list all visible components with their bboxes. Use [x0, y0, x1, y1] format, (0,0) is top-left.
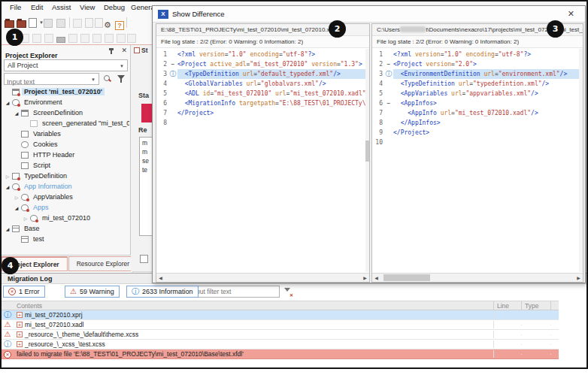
log-row[interactable]: ✕failed to migrate file 'E:\88_TEST\01_P… [2, 349, 559, 359]
tree-item-screendefinition[interactable]: ◢ScreenDefinition [2, 107, 129, 118]
menu-item-assist[interactable]: Assist [52, 3, 71, 11]
fold-icon[interactable]: − [168, 61, 177, 68]
expander-icon[interactable]: ◢ [4, 226, 11, 231]
scrollbar-track[interactable] [165, 274, 361, 282]
tab-resource-explorer[interactable]: Resource Explorer [68, 256, 138, 271]
project-filter-dropdown[interactable]: All Project ▼ [4, 59, 128, 71]
scrollbar-track[interactable] [380, 274, 574, 282]
expand-plus-icon[interactable]: + [17, 322, 23, 328]
expander-icon[interactable]: ◢ [13, 110, 20, 116]
scroll-right-arrow[interactable]: ▶ [361, 275, 369, 280]
code-text: <AppVariables url="appvariables.xml"/> [393, 89, 583, 98]
tree-item-appvariables[interactable]: ▷AppVariables [2, 192, 129, 202]
error-filter-button[interactable]: ✕1 Error [3, 286, 45, 298]
expander-icon[interactable]: ◢ [4, 184, 11, 189]
tree-item-typedefinition[interactable]: ▷TypeDefinition [2, 171, 129, 181]
expand-plus-icon[interactable]: + [17, 331, 23, 337]
menu-item-view[interactable]: View [80, 3, 95, 11]
code-line[interactable]: 6 <MigrationInfo targetpath="E:\88_TEST\… [156, 98, 369, 108]
code-line[interactable]: 5 <AppVariables url="appvariables.xml"/> [372, 89, 583, 98]
column-header-type[interactable]: Type [522, 301, 551, 310]
close-icon[interactable]: ✕ [121, 47, 127, 54]
code-line[interactable]: 6− <AppInfos> [372, 98, 583, 108]
chevron-down-icon[interactable]: ▼ [91, 77, 95, 82]
column-header-contents[interactable]: Contents [14, 301, 494, 310]
log-row[interactable]: ⚠+_resource_\_theme_\default\theme.xcss [2, 330, 559, 340]
options-gear-icon[interactable]: ⚙ [104, 17, 111, 31]
tree-search-input[interactable] [5, 77, 86, 87]
expand-plus-icon[interactable]: + [17, 312, 23, 318]
log-row[interactable]: ⓘ+mi_test_072010.xprj [2, 310, 559, 320]
tree-item-script[interactable]: Script [2, 160, 129, 171]
menu-item-file[interactable]: File [10, 3, 21, 11]
tree-item-app-information[interactable]: ◢App Information [2, 181, 129, 192]
clear-filter-icon[interactable] [283, 287, 292, 296]
tree-item-cookies[interactable]: Cookies [2, 139, 129, 150]
tree-item-http-header[interactable]: HTTP Header [2, 150, 129, 160]
tree-item-project[interactable]: Project 'mi_test_072010' [2, 86, 129, 97]
scrollbar-thumb[interactable] [365, 141, 369, 162]
tree-item-screen-generated[interactable]: screen_generated "mi_test_072010" [2, 118, 129, 129]
code-line[interactable]: 3ⓘ <EnvironmentDefinition url="environme… [372, 69, 583, 79]
diff-pane-target[interactable]: C:\Userst\Documents\nexacro\17\projects\… [371, 23, 583, 283]
help-icon[interactable]: ? [115, 17, 124, 31]
tree-item-variables[interactable]: Variables [2, 129, 129, 139]
code-line[interactable]: 5 <ADL id="mi_test_072010" url="mi_test_… [156, 89, 369, 98]
horizontal-scrollbar[interactable]: ◀▶ [156, 273, 369, 282]
dialog-title-bar[interactable]: X Show Difference ✕ [153, 6, 585, 23]
code-line[interactable]: 8 [156, 118, 369, 128]
warning-filter-button[interactable]: ⚠59 Warning [65, 286, 120, 298]
scroll-right-arrow[interactable]: ▶ [574, 275, 583, 280]
tree-item-test[interactable]: test [2, 234, 129, 244]
scroll-left-arrow[interactable]: ◀ [372, 275, 380, 280]
search-icon[interactable] [103, 74, 112, 83]
source-code-view[interactable]: 1<?xml version="1.0" encoding="utf-8"?>2… [156, 48, 369, 273]
column-header-line[interactable]: Line [494, 301, 522, 310]
code-line[interactable]: 1<?xml version="1.0" encoding="utf-8"?> [156, 50, 369, 59]
filter-icon[interactable] [117, 74, 126, 83]
tree-item-app-mi-test[interactable]: ▷mi_test_072010 [2, 213, 129, 223]
code-line[interactable]: 2−<Project version="2.0"> [372, 59, 583, 69]
fold-icon[interactable]: − [384, 100, 393, 107]
expander-icon[interactable]: ◢ [4, 100, 11, 105]
target-code-view[interactable]: 1<?xml version="1.0" encoding="utf-8"?>2… [372, 48, 583, 273]
menu-item-edit[interactable]: Edit [31, 3, 43, 11]
information-filter-button[interactable]: ⓘ2633 Information [126, 286, 199, 298]
fold-icon[interactable]: − [384, 61, 393, 68]
expander-icon[interactable]: ▷ [13, 195, 20, 200]
expander-icon[interactable]: ▷ [4, 174, 11, 179]
code-line[interactable]: 4 <TypeDefinition url="typedefintion.xml… [372, 79, 583, 89]
close-icon[interactable]: ✕ [568, 9, 574, 19]
checkbox[interactable] [140, 255, 148, 263]
code-line[interactable]: 9</Project> [372, 128, 583, 138]
code-line[interactable]: 4 <GlobalVariables url="globalvars.xml"/… [156, 79, 369, 89]
code-line[interactable]: 1<?xml version="1.0" encoding="utf-8"?> [372, 50, 583, 59]
vertical-scrollbar[interactable] [579, 49, 583, 272]
log-filter-input[interactable] [187, 286, 280, 298]
menu-item-debug[interactable]: Debug [104, 3, 125, 11]
scrollbar-thumb[interactable] [383, 274, 430, 281]
diff-pane-source[interactable]: E:\88_TEST\01_PROJECTy\mi_test_072010\mi… [156, 23, 370, 283]
code-line[interactable]: 10 [372, 138, 583, 147]
header-icon-column[interactable] [2, 301, 14, 310]
tree-item-environment[interactable]: ◢Environment [2, 97, 129, 107]
horizontal-scrollbar[interactable]: ◀▶ [372, 273, 583, 282]
vertical-scrollbar[interactable] [365, 49, 369, 272]
code-line[interactable]: 2−<Project active_adl="mi_test_072010" v… [156, 59, 369, 69]
tree-item-apps[interactable]: ◢Apps [2, 202, 129, 213]
tree-item-base[interactable]: ◢Base [2, 223, 129, 234]
tree-search-box[interactable]: ▼ [4, 73, 99, 85]
pin-icon[interactable] [108, 47, 115, 55]
scroll-left-arrow[interactable]: ◀ [156, 275, 165, 280]
new-file-icon[interactable]: ▼ [29, 17, 37, 31]
code-line[interactable]: 7 <AppInfo url="mi_test_072010.xadl"/> [372, 108, 583, 118]
menu-item-genera[interactable]: Genera [131, 3, 155, 11]
code-line[interactable]: 8 </AppInfos> [372, 118, 583, 128]
code-line[interactable]: 3ⓘ <TypeDefinition url="default_typedef.… [156, 69, 369, 79]
log-row[interactable]: ⓘ+_resource_\_xcss_\test.xcss [2, 340, 559, 349]
expander-icon[interactable]: ◢ [13, 205, 20, 210]
log-row[interactable]: ⚠+mi_test_072010.xadl [2, 320, 559, 330]
code-line[interactable]: 7</Project> [156, 108, 369, 118]
expand-plus-icon[interactable]: + [17, 341, 23, 347]
expander-icon[interactable]: ▷ [22, 216, 29, 221]
